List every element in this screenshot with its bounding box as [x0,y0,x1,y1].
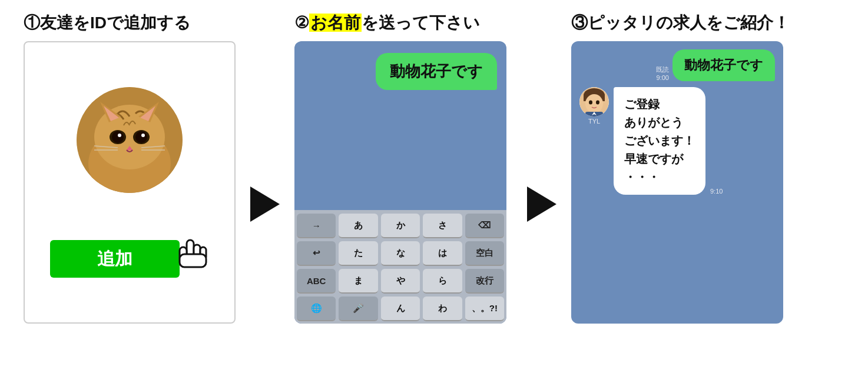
key-ha[interactable]: は [423,241,462,266]
step1-header: ①友達をIDで追加する [24,12,191,34]
key-ra[interactable]: ら [423,269,462,294]
time2: 9:10 [710,188,723,195]
add-button-row: 追加 [50,217,209,278]
arrow2 [524,6,559,367]
arrow2-icon [527,186,556,222]
step1-card: 追加 [24,41,236,324]
key-nn[interactable]: ん [381,297,420,321]
key-sa[interactable]: さ [423,214,462,238]
chat-bubble-user: 動物花子です [376,53,497,90]
svg-point-27 [585,94,603,113]
cursor-icon [174,234,209,278]
svg-point-12 [118,134,121,137]
step2-suffix: を送って下さい [362,14,480,32]
keyboard-area: → あ か さ ⌫ ↩ た な は 空白 ABC ま [294,210,506,324]
add-button[interactable]: 追加 [50,240,180,278]
svg-point-3 [94,105,165,169]
cat-image [77,87,183,193]
key-ma[interactable]: ま [339,269,377,294]
svg-point-29 [596,101,599,105]
step2-highlight: お名前 [309,14,362,32]
key-ya[interactable]: や [381,269,420,294]
svg-rect-23 [180,254,206,267]
arrow1-icon [250,186,280,222]
svg-point-28 [589,101,592,105]
step3-header: ③ピッタリの求人をご紹介！ [571,12,790,34]
bot-avatar [579,87,609,116]
key-mic[interactable]: 🎤 [339,297,377,321]
svg-point-13 [141,134,145,137]
step2-header: ②お名前を送って下さい [294,12,480,34]
key-space[interactable]: 空白 [465,241,504,266]
read-label: 既読 [656,65,669,74]
keyboard-row-3: ABC ま や ら 改行 [297,269,504,294]
arrow1 [247,6,283,367]
chat-area: 動物花子です [294,41,506,210]
key-na[interactable]: な [381,241,420,266]
key-abc[interactable]: ABC [297,269,336,294]
time1: 9:00 [657,74,669,81]
key-undo[interactable]: ↩ [297,241,336,266]
step2-phone: 動物花子です → あ か さ ⌫ ↩ た な は 空白 [294,41,506,324]
bot-chat-bubble: ご登録ありがとうございます！早速ですが・・・ [614,87,705,195]
keyboard-row-2: ↩ た な は 空白 [297,241,504,266]
key-globe[interactable]: 🌐 [297,297,336,321]
key-arrow[interactable]: → [297,214,336,238]
step3-phone: 既読 9:00 動物花子です [571,41,783,324]
cat-avatar [77,87,183,193]
step2-prefix: ② [294,14,309,32]
keyboard-row-1: → あ か さ ⌫ [297,214,504,238]
key-ta[interactable]: た [339,241,377,266]
svg-point-10 [112,131,124,143]
key-wa[interactable]: わ [423,297,462,321]
key-ka[interactable]: か [381,214,420,238]
user-message-row: 既読 9:00 動物花子です [579,49,775,81]
key-delete[interactable]: ⌫ [465,214,504,238]
key-a[interactable]: あ [339,214,377,238]
step1-section: ①友達をIDで追加する [12,6,247,367]
user-chat-bubble: 動物花子です [672,49,775,81]
svg-point-11 [135,131,147,143]
bot-message-row: TYL ご登録ありがとうございます！早速ですが・・・ 9:10 [579,87,775,195]
key-punct[interactable]: 、。?! [465,297,504,321]
message-meta: 既読 9:00 [656,65,669,81]
keyboard-row-4: 🌐 🎤 ん わ 、。?! [297,297,504,321]
main-container: ①友達をIDで追加する [0,0,868,373]
step2-section: ②お名前を送って下さい 動物花子です → あ か さ ⌫ ↩ た [283,6,524,367]
step3-section: ③ピッタリの求人をご紹介！ 既読 9:00 動物花子です [559,6,801,367]
key-enter[interactable]: 改行 [465,269,504,294]
bot-name: TYL [588,118,600,125]
